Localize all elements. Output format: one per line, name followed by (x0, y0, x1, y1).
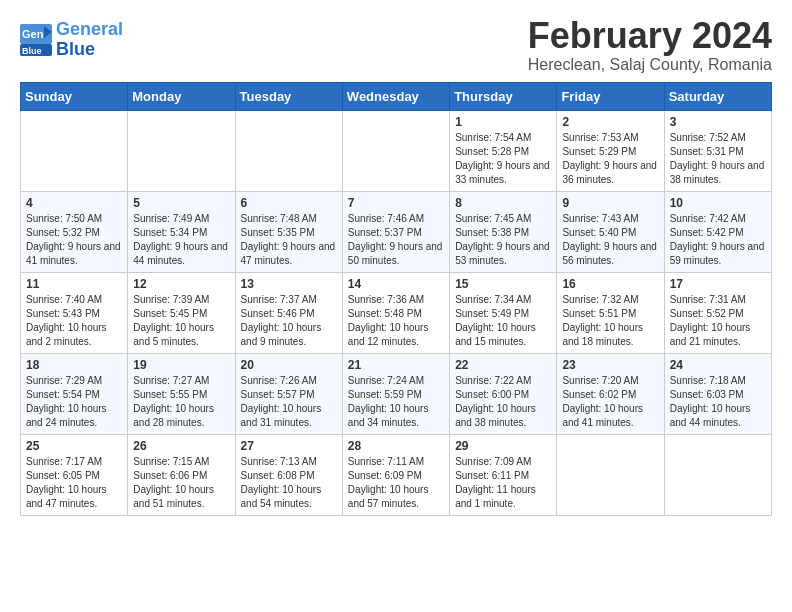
calendar-cell: 22Sunrise: 7:22 AM Sunset: 6:00 PM Dayli… (450, 353, 557, 434)
day-info: Sunrise: 7:29 AM Sunset: 5:54 PM Dayligh… (26, 374, 122, 430)
logo: Gen Blue General Blue (20, 20, 123, 60)
day-info: Sunrise: 7:36 AM Sunset: 5:48 PM Dayligh… (348, 293, 444, 349)
day-number: 10 (670, 196, 766, 210)
location: Hereclean, Salaj County, Romania (528, 56, 772, 74)
calendar-cell: 6Sunrise: 7:48 AM Sunset: 5:35 PM Daylig… (235, 191, 342, 272)
weekday-header-tuesday: Tuesday (235, 82, 342, 110)
weekday-header-thursday: Thursday (450, 82, 557, 110)
calendar-cell: 3Sunrise: 7:52 AM Sunset: 5:31 PM Daylig… (664, 110, 771, 191)
day-info: Sunrise: 7:54 AM Sunset: 5:28 PM Dayligh… (455, 131, 551, 187)
week-row-3: 11Sunrise: 7:40 AM Sunset: 5:43 PM Dayli… (21, 272, 772, 353)
calendar-cell: 21Sunrise: 7:24 AM Sunset: 5:59 PM Dayli… (342, 353, 449, 434)
calendar-cell: 10Sunrise: 7:42 AM Sunset: 5:42 PM Dayli… (664, 191, 771, 272)
day-info: Sunrise: 7:17 AM Sunset: 6:05 PM Dayligh… (26, 455, 122, 511)
title-block: February 2024 Hereclean, Salaj County, R… (528, 16, 772, 74)
day-number: 27 (241, 439, 337, 453)
calendar-cell (128, 110, 235, 191)
svg-text:Gen: Gen (22, 28, 44, 40)
day-number: 28 (348, 439, 444, 453)
calendar-cell: 13Sunrise: 7:37 AM Sunset: 5:46 PM Dayli… (235, 272, 342, 353)
calendar-cell (557, 434, 664, 515)
calendar-cell (342, 110, 449, 191)
day-info: Sunrise: 7:32 AM Sunset: 5:51 PM Dayligh… (562, 293, 658, 349)
calendar-cell: 24Sunrise: 7:18 AM Sunset: 6:03 PM Dayli… (664, 353, 771, 434)
calendar-cell: 14Sunrise: 7:36 AM Sunset: 5:48 PM Dayli… (342, 272, 449, 353)
day-number: 12 (133, 277, 229, 291)
day-info: Sunrise: 7:39 AM Sunset: 5:45 PM Dayligh… (133, 293, 229, 349)
day-number: 5 (133, 196, 229, 210)
day-info: Sunrise: 7:20 AM Sunset: 6:02 PM Dayligh… (562, 374, 658, 430)
day-info: Sunrise: 7:18 AM Sunset: 6:03 PM Dayligh… (670, 374, 766, 430)
day-info: Sunrise: 7:24 AM Sunset: 5:59 PM Dayligh… (348, 374, 444, 430)
calendar-table: SundayMondayTuesdayWednesdayThursdayFrid… (20, 82, 772, 516)
calendar-cell: 16Sunrise: 7:32 AM Sunset: 5:51 PM Dayli… (557, 272, 664, 353)
week-row-4: 18Sunrise: 7:29 AM Sunset: 5:54 PM Dayli… (21, 353, 772, 434)
day-info: Sunrise: 7:53 AM Sunset: 5:29 PM Dayligh… (562, 131, 658, 187)
day-info: Sunrise: 7:49 AM Sunset: 5:34 PM Dayligh… (133, 212, 229, 268)
day-info: Sunrise: 7:46 AM Sunset: 5:37 PM Dayligh… (348, 212, 444, 268)
calendar-cell: 11Sunrise: 7:40 AM Sunset: 5:43 PM Dayli… (21, 272, 128, 353)
calendar-cell: 2Sunrise: 7:53 AM Sunset: 5:29 PM Daylig… (557, 110, 664, 191)
calendar-cell: 1Sunrise: 7:54 AM Sunset: 5:28 PM Daylig… (450, 110, 557, 191)
day-number: 24 (670, 358, 766, 372)
day-number: 22 (455, 358, 551, 372)
day-info: Sunrise: 7:50 AM Sunset: 5:32 PM Dayligh… (26, 212, 122, 268)
day-number: 26 (133, 439, 229, 453)
calendar-cell: 9Sunrise: 7:43 AM Sunset: 5:40 PM Daylig… (557, 191, 664, 272)
day-number: 6 (241, 196, 337, 210)
logo-line2: Blue (56, 39, 95, 59)
day-info: Sunrise: 7:48 AM Sunset: 5:35 PM Dayligh… (241, 212, 337, 268)
day-info: Sunrise: 7:13 AM Sunset: 6:08 PM Dayligh… (241, 455, 337, 511)
day-number: 3 (670, 115, 766, 129)
day-number: 23 (562, 358, 658, 372)
day-info: Sunrise: 7:15 AM Sunset: 6:06 PM Dayligh… (133, 455, 229, 511)
week-row-2: 4Sunrise: 7:50 AM Sunset: 5:32 PM Daylig… (21, 191, 772, 272)
day-info: Sunrise: 7:40 AM Sunset: 5:43 PM Dayligh… (26, 293, 122, 349)
day-number: 25 (26, 439, 122, 453)
week-row-1: 1Sunrise: 7:54 AM Sunset: 5:28 PM Daylig… (21, 110, 772, 191)
day-info: Sunrise: 7:34 AM Sunset: 5:49 PM Dayligh… (455, 293, 551, 349)
calendar-cell: 15Sunrise: 7:34 AM Sunset: 5:49 PM Dayli… (450, 272, 557, 353)
day-number: 21 (348, 358, 444, 372)
weekday-header-saturday: Saturday (664, 82, 771, 110)
weekday-header-friday: Friday (557, 82, 664, 110)
day-info: Sunrise: 7:52 AM Sunset: 5:31 PM Dayligh… (670, 131, 766, 187)
day-number: 2 (562, 115, 658, 129)
calendar-cell: 20Sunrise: 7:26 AM Sunset: 5:57 PM Dayli… (235, 353, 342, 434)
calendar-cell: 25Sunrise: 7:17 AM Sunset: 6:05 PM Dayli… (21, 434, 128, 515)
month-title: February 2024 (528, 16, 772, 56)
day-number: 8 (455, 196, 551, 210)
logo-icon: Gen Blue (20, 24, 52, 56)
calendar-cell: 8Sunrise: 7:45 AM Sunset: 5:38 PM Daylig… (450, 191, 557, 272)
week-row-5: 25Sunrise: 7:17 AM Sunset: 6:05 PM Dayli… (21, 434, 772, 515)
page-header: Gen Blue General Blue February 2024 Here… (20, 16, 772, 74)
calendar-cell: 19Sunrise: 7:27 AM Sunset: 5:55 PM Dayli… (128, 353, 235, 434)
day-number: 9 (562, 196, 658, 210)
day-info: Sunrise: 7:27 AM Sunset: 5:55 PM Dayligh… (133, 374, 229, 430)
day-info: Sunrise: 7:31 AM Sunset: 5:52 PM Dayligh… (670, 293, 766, 349)
calendar-cell: 17Sunrise: 7:31 AM Sunset: 5:52 PM Dayli… (664, 272, 771, 353)
day-number: 1 (455, 115, 551, 129)
day-info: Sunrise: 7:37 AM Sunset: 5:46 PM Dayligh… (241, 293, 337, 349)
calendar-cell (21, 110, 128, 191)
calendar-body: 1Sunrise: 7:54 AM Sunset: 5:28 PM Daylig… (21, 110, 772, 515)
day-number: 11 (26, 277, 122, 291)
day-number: 18 (26, 358, 122, 372)
calendar-cell: 5Sunrise: 7:49 AM Sunset: 5:34 PM Daylig… (128, 191, 235, 272)
weekday-header-row: SundayMondayTuesdayWednesdayThursdayFrid… (21, 82, 772, 110)
calendar-cell: 23Sunrise: 7:20 AM Sunset: 6:02 PM Dayli… (557, 353, 664, 434)
day-number: 4 (26, 196, 122, 210)
logo-line1: General (56, 19, 123, 39)
day-info: Sunrise: 7:43 AM Sunset: 5:40 PM Dayligh… (562, 212, 658, 268)
calendar-cell: 28Sunrise: 7:11 AM Sunset: 6:09 PM Dayli… (342, 434, 449, 515)
day-info: Sunrise: 7:22 AM Sunset: 6:00 PM Dayligh… (455, 374, 551, 430)
day-number: 17 (670, 277, 766, 291)
weekday-header-monday: Monday (128, 82, 235, 110)
day-number: 29 (455, 439, 551, 453)
day-info: Sunrise: 7:26 AM Sunset: 5:57 PM Dayligh… (241, 374, 337, 430)
calendar-cell (235, 110, 342, 191)
day-info: Sunrise: 7:11 AM Sunset: 6:09 PM Dayligh… (348, 455, 444, 511)
day-info: Sunrise: 7:45 AM Sunset: 5:38 PM Dayligh… (455, 212, 551, 268)
day-number: 7 (348, 196, 444, 210)
calendar-cell: 12Sunrise: 7:39 AM Sunset: 5:45 PM Dayli… (128, 272, 235, 353)
